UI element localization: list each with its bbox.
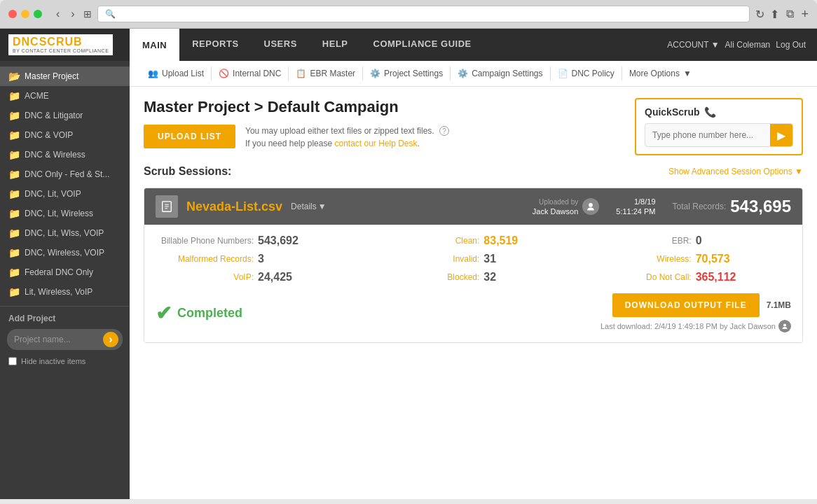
logo: DNCSCRUB BY CONTACT CENTER COMPLIANCE <box>8 34 113 55</box>
sidebar-item-master-project[interactable]: 📂 Master Project <box>0 66 130 86</box>
stat-ebr: EBR: 0 <box>593 234 791 247</box>
sidebar-item-dnc-voip[interactable]: 📁 DNC & VOIP <box>0 125 130 145</box>
browser-right-controls: ⬆ ⧉ + <box>770 7 809 22</box>
upload-note: You may upload either text files or zipp… <box>245 125 449 150</box>
session-date-meta: 1/8/19 5:11:24 PM <box>616 197 655 216</box>
action-more-options[interactable]: More Options ▼ <box>622 67 699 80</box>
stat-billable-value: 543,692 <box>258 234 298 247</box>
reload-icon[interactable]: ↻ <box>755 8 764 21</box>
action-label: More Options <box>629 69 680 78</box>
app-container: DNCSCRUB BY CONTACT CENTER COMPLIANCE MA… <box>0 29 817 499</box>
back-button[interactable]: ‹ <box>53 6 62 22</box>
quickscrub-box: QuickScrub 📞 ▶ <box>635 98 803 155</box>
folder-icon: 📁 <box>8 90 20 102</box>
add-project-button[interactable]: › <box>103 332 118 347</box>
sidebar-item-dnc-lit-voip[interactable]: 📁 DNC, Lit, VOIP <box>0 184 130 204</box>
sidebar-item-federal-dnc[interactable]: 📁 Federal DNC Only <box>0 262 130 282</box>
duplicate-tab-icon[interactable]: ⧉ <box>786 8 794 20</box>
action-dnc-policy[interactable]: 📄 DNC Policy <box>551 67 622 80</box>
sidebar-item-acme[interactable]: 📁 ACME <box>0 86 130 106</box>
folder-icon: 📁 <box>8 267 20 278</box>
action-ebr-master[interactable]: 📋 EBR Master <box>289 67 362 80</box>
share-icon[interactable]: ⬆ <box>770 8 779 21</box>
action-campaign-settings[interactable]: ⚙️ Campaign Settings <box>451 67 549 80</box>
chevron-down-icon: ▼ <box>683 69 692 78</box>
stat-wireless-label: Wireless: <box>593 254 692 264</box>
session-card: Nevada-List.csv Details ▼ Uploaded by Ja… <box>144 188 803 343</box>
sidebar-item-label: DNC & VOIP <box>25 130 73 140</box>
logout-button[interactable]: Log Out <box>776 40 806 50</box>
quickscrub-title: QuickScrub 📞 <box>645 106 793 118</box>
help-desk-link[interactable]: contact our Help Desk <box>334 139 417 148</box>
forward-button[interactable]: › <box>68 6 77 22</box>
folder-icon: 📁 <box>8 208 20 219</box>
add-project-label: Add Project <box>0 311 130 326</box>
tab-help[interactable]: HELP <box>310 29 361 61</box>
stat-billable: Billable Phone Numbers: 543,692 <box>156 234 367 247</box>
stat-voip: VoIP: 24,425 <box>156 271 367 284</box>
browser-chrome: ‹ › ⊞ 🔍 ↻ ⬆ ⧉ + <box>0 0 817 29</box>
add-project-input[interactable] <box>14 335 103 344</box>
folder-icon: 📁 <box>8 130 20 141</box>
advanced-options-button[interactable]: Show Advanced Session Options ▼ <box>668 167 803 176</box>
page-header: Master Project > Default Campaign UPLOAD… <box>144 98 803 155</box>
stats-grid: Billable Phone Numbers: 543,692 Malforme… <box>156 234 791 284</box>
sidebar-item-dnc-wireless-voip[interactable]: 📁 DNC, Wireless, VOIP <box>0 243 130 262</box>
logo-sub: BY CONTACT CENTER COMPLIANCE <box>13 48 109 53</box>
action-upload-list[interactable]: 👥 Upload List <box>141 67 211 80</box>
action-label: EBR Master <box>310 69 355 78</box>
logo-area: DNCSCRUB BY CONTACT CENTER COMPLIANCE <box>0 29 130 61</box>
maximize-button[interactable] <box>34 10 42 18</box>
stat-clean: Clean: 83,519 <box>381 234 579 247</box>
quickscrub-go-button[interactable]: ▶ <box>770 124 792 146</box>
tab-users[interactable]: USERS <box>252 29 310 61</box>
hide-inactive-label[interactable]: Hide inactive items <box>0 353 130 370</box>
action-label: Upload List <box>162 69 204 78</box>
download-row: DOWNLOAD OUTPUT FILE 7.1MB <box>612 293 791 317</box>
last-download-info: Last download: 2/4/19 1:49:18 PM by Jack… <box>600 320 791 332</box>
upload-list-icon: 👥 <box>148 69 158 78</box>
download-output-button[interactable]: DOWNLOAD OUTPUT FILE <box>612 293 760 317</box>
new-tab-button[interactable]: + <box>801 7 809 22</box>
dnc-policy-icon: 📄 <box>558 69 568 78</box>
action-internal-dnc[interactable]: 🚫 Internal DNC <box>212 67 288 80</box>
stat-wireless: Wireless: 70,573 <box>593 253 791 265</box>
sidebar-item-label: DNC & Wireless <box>25 150 85 160</box>
sidebar-item-dnc-wireless[interactable]: 📁 DNC & Wireless <box>0 145 130 164</box>
download-area: DOWNLOAD OUTPUT FILE 7.1MB Last download… <box>600 293 791 332</box>
tab-compliance-guide[interactable]: COMPLIANCE GUIDE <box>361 29 484 61</box>
session-details-link[interactable]: Details ▼ <box>291 202 327 211</box>
sidebar-item-label: DNC, Lit, VOIP <box>25 189 81 199</box>
quickscrub-input[interactable] <box>645 125 770 146</box>
minimize-button[interactable] <box>21 10 29 18</box>
tab-main[interactable]: MAIN <box>130 29 179 61</box>
stat-malformed-value: 3 <box>258 253 264 265</box>
sidebar-item-label: ACME <box>25 91 49 101</box>
action-project-settings[interactable]: ⚙️ Project Settings <box>363 67 450 80</box>
top-nav-right: ACCOUNT ▼ Ali Coleman Log Out <box>667 29 817 61</box>
hide-inactive-checkbox[interactable] <box>8 357 17 365</box>
upload-list-button[interactable]: UPLOAD LIST <box>144 125 235 148</box>
content-area: 👥 Upload List 🚫 Internal DNC 📋 EBR Maste… <box>130 61 817 499</box>
help-icon[interactable]: ? <box>439 126 449 136</box>
completed-badge: ✔ Completed <box>156 302 242 325</box>
campaign-settings-icon: ⚙️ <box>458 69 468 78</box>
add-project-input-area: › <box>7 329 123 350</box>
address-bar[interactable]: 🔍 <box>97 6 750 22</box>
account-button[interactable]: ACCOUNT ▼ <box>667 40 719 50</box>
sidebar-item-dnc-lit-wlss-voip[interactable]: 📁 DNC, Lit, Wlss, VOIP <box>0 223 130 243</box>
scrub-sessions-title: Scrub Sessions: <box>144 165 231 178</box>
sidebar-item-lit-wireless-voip[interactable]: 📁 Lit, Wireless, VoIP <box>0 282 130 302</box>
stat-invalid-value: 31 <box>483 253 496 265</box>
main-layout: 📂 Master Project 📁 ACME 📁 DNC & Litigato… <box>0 61 817 499</box>
sidebar-item-dnc-litigator[interactable]: 📁 DNC & Litigator <box>0 106 130 125</box>
sidebar-item-label: Lit, Wireless, VoIP <box>25 287 92 297</box>
tab-view-icon[interactable]: ⊞ <box>83 8 92 20</box>
tab-reports[interactable]: REPORTS <box>179 29 251 61</box>
sidebar-item-dnc-fed-st[interactable]: 📁 DNC Only - Fed & St... <box>0 164 130 184</box>
project-settings-icon: ⚙️ <box>370 69 380 78</box>
sidebar-item-dnc-lit-wireless[interactable]: 📁 DNC, Lit, Wireless <box>0 204 130 223</box>
close-button[interactable] <box>8 10 17 18</box>
check-icon: ✔ <box>156 302 172 325</box>
logo-scrub: SCRUB <box>39 36 83 48</box>
